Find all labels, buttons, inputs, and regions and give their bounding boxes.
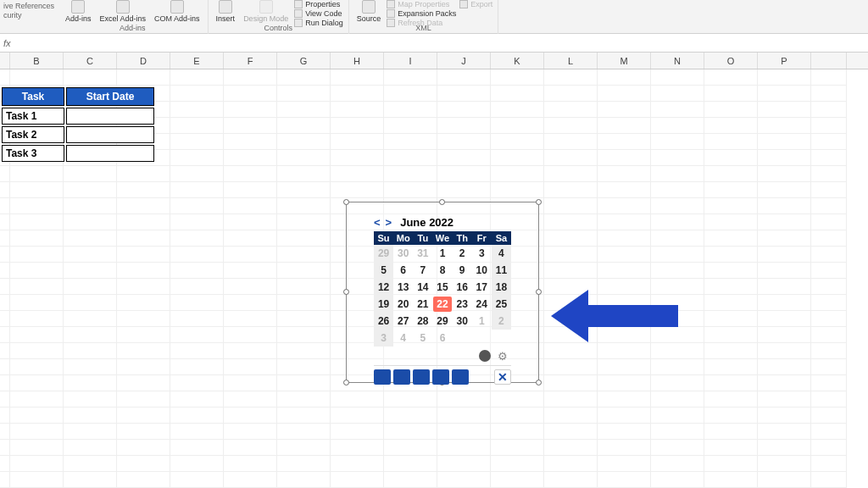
export-button[interactable]: Export (459, 0, 492, 8)
calendar-day[interactable]: 9 (453, 262, 472, 279)
column-header[interactable]: B (10, 53, 64, 69)
calendar-tool-2[interactable] (393, 369, 410, 385)
excel-addins-button[interactable]: Excel Add-ins (97, 0, 149, 23)
column-header[interactable]: G (277, 53, 331, 69)
calendar-control-frame[interactable]: < > June 2022 SuMoTuWeThFrSa 29303112345… (346, 202, 539, 383)
task-row-2[interactable]: Task 2 (2, 126, 64, 143)
calendar-day[interactable]: 2 (492, 313, 511, 330)
map-properties-button[interactable]: Map Properties (387, 0, 456, 8)
task-header[interactable]: Task (2, 87, 64, 106)
prev-month-button[interactable]: < (374, 216, 381, 229)
design-mode-button[interactable]: Design Mode (241, 0, 291, 23)
resize-handle[interactable] (536, 380, 542, 385)
expansion-packs-button[interactable]: Expansion Packs (387, 9, 456, 18)
calendar-day[interactable]: 30 (453, 313, 472, 330)
column-header[interactable]: J (437, 53, 491, 69)
resize-handle[interactable] (343, 289, 349, 295)
column-header[interactable]: L (544, 53, 598, 69)
calendar-day[interactable]: 17 (472, 279, 492, 296)
calendar-day[interactable]: 30 (393, 245, 413, 262)
date-row-1[interactable] (66, 108, 154, 125)
clock-icon[interactable] (479, 350, 491, 362)
calendar-day[interactable]: 29 (374, 245, 393, 262)
calendar-day[interactable]: 14 (413, 279, 432, 296)
calendar-day[interactable]: 27 (393, 313, 413, 330)
formula-input[interactable] (16, 36, 868, 51)
addins-button[interactable]: Add-ins (63, 0, 94, 23)
next-month-button[interactable]: > (386, 216, 392, 229)
calendar-day[interactable]: 1 (472, 313, 492, 330)
column-header[interactable]: C (64, 53, 117, 69)
calendar-day[interactable]: 7 (413, 262, 432, 279)
calendar-day[interactable]: 4 (393, 330, 413, 347)
resize-handle[interactable] (343, 199, 349, 205)
column-header[interactable]: P (758, 53, 811, 69)
calendar-day[interactable]: 4 (492, 245, 511, 262)
calendar-day[interactable]: 13 (393, 279, 413, 296)
calendar-day[interactable]: 5 (374, 262, 393, 279)
calendar-tool-5[interactable] (452, 369, 469, 385)
calendar-day[interactable]: 23 (453, 296, 472, 313)
calendar-day[interactable]: 22 (433, 297, 451, 312)
export-icon (459, 0, 468, 8)
calendar-tool-3[interactable] (413, 369, 430, 385)
calendar-day[interactable]: 24 (472, 296, 492, 313)
resize-handle[interactable] (343, 380, 349, 385)
spreadsheet-grid[interactable]: Task Start Date Task 1 Task 2 Task 3 < >… (0, 69, 868, 488)
source-button[interactable]: Source (354, 0, 384, 23)
date-row-3[interactable] (66, 145, 154, 162)
calendar-day[interactable]: 3 (374, 330, 393, 347)
calendar-day[interactable]: 5 (413, 330, 432, 347)
calendar-day[interactable]: 1 (432, 245, 452, 262)
calendar-day[interactable]: 11 (492, 262, 511, 279)
ribbon-partial-group: ive References curity (0, 0, 58, 22)
resize-handle[interactable] (536, 199, 542, 205)
run-dialog-button[interactable]: Run Dialog (294, 19, 343, 27)
calendar-day[interactable]: 15 (432, 279, 452, 296)
startdate-header[interactable]: Start Date (66, 87, 154, 106)
column-header[interactable] (0, 53, 10, 69)
insert-button[interactable]: Insert (214, 0, 238, 23)
column-header[interactable]: K (491, 53, 544, 69)
column-header[interactable]: D (117, 53, 170, 69)
calendar-day[interactable]: 6 (393, 262, 413, 279)
gear-icon[interactable]: ⚙ (498, 350, 509, 362)
column-header[interactable]: N (651, 53, 704, 69)
calendar-day[interactable]: 18 (492, 279, 511, 296)
column-headers: BCDEFGHIJKLMNOP (0, 53, 868, 69)
calendar-day[interactable]: 25 (492, 296, 511, 313)
calendar-day[interactable]: 10 (472, 262, 492, 279)
column-header[interactable]: E (170, 53, 224, 69)
calendar-tool-1[interactable] (374, 369, 391, 385)
calendar-day[interactable]: 28 (413, 313, 432, 330)
resize-handle[interactable] (536, 289, 542, 295)
calendar-day[interactable]: 31 (413, 245, 432, 262)
calendar-day[interactable]: 3 (472, 245, 492, 262)
calendar-day[interactable]: 12 (374, 279, 393, 296)
calendar-day[interactable]: 21 (413, 296, 432, 313)
calendar-day[interactable]: 6 (432, 330, 452, 347)
task-row-3[interactable]: Task 3 (2, 145, 64, 162)
column-header[interactable]: F (224, 53, 277, 69)
resize-handle[interactable] (439, 199, 445, 205)
calendar-day[interactable]: 2 (453, 245, 472, 262)
view-code-button[interactable]: View Code (294, 9, 343, 18)
calendar-day[interactable]: 8 (432, 262, 452, 279)
calendar-close-button[interactable]: ✕ (494, 369, 511, 385)
calendar-day[interactable]: 16 (453, 279, 472, 296)
column-header[interactable]: M (598, 53, 651, 69)
com-addins-button[interactable]: COM Add-ins (152, 0, 203, 23)
calendar-tool-4[interactable] (432, 369, 449, 385)
column-header[interactable]: I (384, 53, 437, 69)
properties-button[interactable]: Properties (294, 0, 343, 8)
day-label: Fr (472, 231, 492, 245)
column-header[interactable]: O (704, 53, 758, 69)
calendar-day[interactable]: 19 (374, 296, 393, 313)
calendar-day[interactable]: 29 (432, 313, 452, 330)
column-header[interactable]: H (331, 53, 384, 69)
calendar-day[interactable]: 20 (393, 296, 413, 313)
calendar-day[interactable]: 26 (374, 313, 393, 330)
task-row-1[interactable]: Task 1 (2, 108, 64, 125)
date-row-2[interactable] (66, 126, 154, 143)
column-header[interactable] (811, 53, 847, 69)
